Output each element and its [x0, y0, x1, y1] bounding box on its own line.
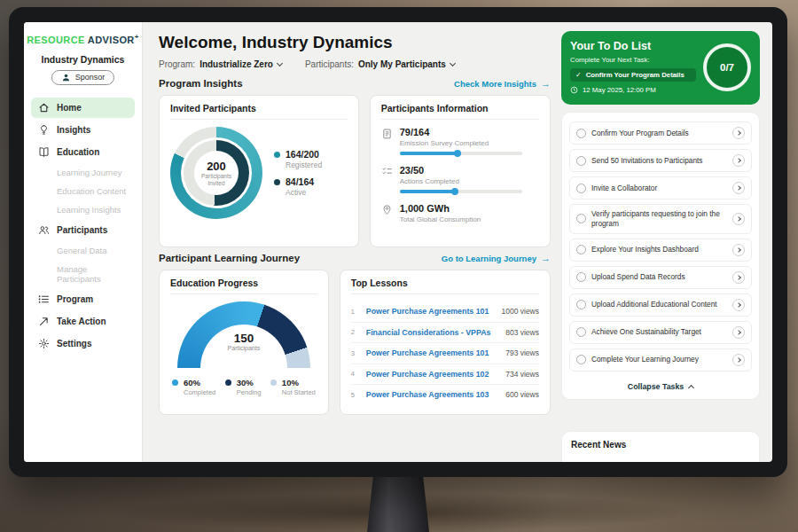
- task-row-confirm-program[interactable]: Confirm Your Program Details: [569, 121, 752, 145]
- filter-value: Only My Participants: [358, 59, 446, 69]
- task-checkbox[interactable]: [576, 156, 586, 166]
- check-more-insights-link[interactable]: Check More Insights →: [454, 78, 551, 89]
- task-checkbox[interactable]: [576, 355, 586, 364]
- navy-dot: [274, 179, 280, 185]
- task-checkbox[interactable]: [576, 129, 586, 138]
- org-name: Industry Dynamics: [24, 54, 142, 65]
- main-content: Welcome, Industry Dynamics Program: Indu…: [143, 22, 561, 462]
- emission-survey-stat: 79/164 Emission Survey Completed: [381, 127, 539, 155]
- book-icon: [38, 146, 50, 158]
- task-open-button[interactable]: [732, 299, 745, 311]
- arrow-right-icon: →: [541, 78, 551, 89]
- arrow-right-icon: →: [541, 253, 551, 263]
- task-checkbox[interactable]: [576, 184, 586, 193]
- task-open-button[interactable]: [732, 244, 745, 256]
- actions-completed-stat: 23/50 Actions Completed: [381, 165, 539, 193]
- task-checkbox[interactable]: [576, 272, 586, 282]
- sidebar-item-program[interactable]: Program: [31, 289, 135, 309]
- task-row-verify-participants[interactable]: Verify participants requesting to join t…: [569, 204, 752, 234]
- task-open-button[interactable]: [732, 127, 745, 139]
- sidebar-item-take-action[interactable]: Take Action: [31, 311, 135, 332]
- participants-filter-dropdown[interactable]: Participants: Only My Participants: [305, 59, 455, 69]
- sidebar-item-participants[interactable]: Participants: [31, 220, 135, 240]
- sidebar-item-learning-insights[interactable]: Learning Insights: [31, 201, 135, 218]
- legend-completed: 60% Completed: [172, 378, 215, 396]
- lesson-link[interactable]: Power Purchase Agreements 103: [366, 390, 498, 400]
- top-lessons-card: Top Lessons 1 Power Purchase Agreements …: [340, 270, 551, 415]
- lesson-link[interactable]: Power Purchase Agreements 102: [366, 370, 498, 379]
- list-icon: [38, 293, 50, 305]
- task-row-achieve-sustainability-target[interactable]: Achieve One Sustainability Target: [569, 321, 752, 344]
- donut-legend: 164/200 Registered 84/164 Active: [274, 142, 322, 204]
- sponsor-badge[interactable]: Sponsor: [51, 70, 115, 85]
- next-task-button[interactable]: ✓ Confirm Your Program Details: [570, 68, 696, 82]
- chevron-down-icon: [450, 60, 456, 66]
- recent-news-header: Recent News: [561, 431, 760, 462]
- lesson-row: 2 Financial Considerations - VPPAs 803 v…: [351, 323, 539, 344]
- sidebar: RESOURCE ADVISOR+ Industry Dynamics Spon…: [24, 22, 143, 462]
- lesson-row: 5 Power Purchase Agreements 103 600 view…: [351, 385, 539, 405]
- gauge-center-label: Participants: [177, 345, 310, 351]
- sidebar-item-manage-participants[interactable]: Manage Participants: [31, 261, 135, 287]
- app-logo: RESOURCE ADVISOR+: [24, 33, 142, 45]
- program-filter-dropdown[interactable]: Program: Industrialize Zero: [159, 59, 282, 69]
- chevron-right-icon: [736, 158, 741, 163]
- consumption-stat: 1,000 GWh Total Global Consumption: [381, 203, 539, 228]
- logo-plus: +: [135, 33, 139, 41]
- monitor-stand: [367, 475, 429, 532]
- task-checkbox[interactable]: [576, 327, 586, 337]
- sidebar-item-label: Home: [57, 103, 82, 113]
- task-checkbox[interactable]: [576, 214, 586, 223]
- invited-participants-donut-chart: 200 Participants Invited: [170, 127, 262, 219]
- task-row-complete-learning-journey[interactable]: Complete Your Learning Journey: [569, 348, 752, 372]
- logo-resource: RESOURCE: [27, 35, 85, 45]
- chevron-right-icon: [736, 247, 741, 253]
- donut-center-value: 200: [207, 160, 226, 173]
- go-to-learning-journey-link[interactable]: Go to Learning Journey →: [442, 253, 551, 263]
- card-title: Participants Information: [381, 103, 539, 120]
- todo-progress-ring: 0/7: [703, 43, 751, 91]
- logo-advisor: ADVISOR: [88, 35, 135, 45]
- collapse-tasks-link[interactable]: Collapse Tasks: [569, 376, 752, 395]
- sidebar-item-general-data[interactable]: General Data: [31, 242, 135, 259]
- page-title: Welcome, Industry Dynamics: [159, 33, 551, 52]
- sidebar-item-label: Insights: [57, 125, 90, 135]
- dashboard-screen: RESOURCE ADVISOR+ Industry Dynamics Spon…: [24, 22, 772, 462]
- task-row-upload-spend-data[interactable]: Upload Spend Data Records: [569, 266, 752, 289]
- sidebar-item-education-content[interactable]: Education Content: [31, 183, 135, 200]
- map-pin-icon: [381, 204, 393, 215]
- task-row-explore-insights[interactable]: Explore Your Insights Dashboard: [569, 239, 752, 262]
- task-row-upload-educational-content[interactable]: Upload Additional Educational Content: [569, 293, 752, 317]
- insights-cards-row: Invited Participants 200 Participants In…: [159, 95, 551, 247]
- task-open-button[interactable]: [732, 271, 745, 284]
- sidebar-item-learning-journey[interactable]: Learning Journey: [31, 164, 135, 181]
- donut-center-label: Participants Invited: [197, 173, 236, 187]
- task-open-button[interactable]: [732, 213, 745, 225]
- blue-dot: [172, 379, 178, 386]
- task-open-button[interactable]: [732, 326, 745, 339]
- sidebar-item-insights[interactable]: Insights: [31, 120, 135, 140]
- task-checkbox[interactable]: [576, 245, 586, 254]
- checklist-icon: [381, 166, 393, 177]
- lesson-link[interactable]: Power Purchase Agreements 101: [366, 348, 498, 358]
- task-list-card: Confirm Your Program Details Send 50 Inv…: [561, 112, 760, 400]
- sidebar-item-home[interactable]: Home: [31, 98, 135, 118]
- emission-survey-progress-bar: [400, 152, 522, 155]
- clipboard-icon: [381, 128, 393, 139]
- chevron-right-icon: [736, 185, 741, 191]
- task-open-button[interactable]: [732, 354, 745, 366]
- sidebar-item-education[interactable]: Education: [31, 142, 135, 162]
- task-open-button[interactable]: [732, 182, 745, 194]
- chevron-up-icon: [688, 385, 694, 391]
- gear-icon: [38, 338, 50, 349]
- task-open-button[interactable]: [732, 154, 745, 167]
- task-row-invite-collaborator[interactable]: Invite a Collaborator: [569, 176, 752, 200]
- lesson-link[interactable]: Power Purchase Agreements 101: [366, 307, 495, 317]
- todo-summary-card: Your To Do List Complete Your Next Task:…: [561, 31, 760, 105]
- actions-progress-bar: [400, 190, 522, 193]
- sidebar-item-label: Program: [57, 294, 93, 304]
- task-checkbox[interactable]: [576, 300, 586, 309]
- lesson-link[interactable]: Financial Considerations - VPPAs: [366, 328, 498, 338]
- task-row-send-invitations[interactable]: Send 50 Invitations to Participants: [569, 149, 752, 172]
- sidebar-item-settings[interactable]: Settings: [31, 333, 135, 354]
